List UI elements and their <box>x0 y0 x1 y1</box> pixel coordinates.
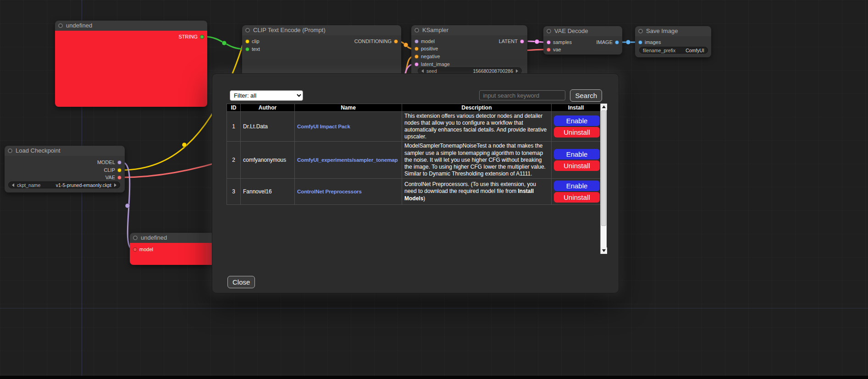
model-slot-dot[interactable] <box>133 247 137 252</box>
input-slot-vae[interactable]: vae <box>547 46 561 53</box>
input-slot-latent-image[interactable]: latent_image <box>415 61 450 67</box>
extension-name-link[interactable]: ComfyUI Impact Pack <box>297 124 350 129</box>
widget-value: 156680208700286 <box>473 68 513 74</box>
latent-out-slot-dot[interactable] <box>520 39 524 44</box>
node-vae-decode[interactable]: VAE Decode samples vae IMAGE <box>543 26 622 55</box>
wire-dot-model <box>125 203 130 208</box>
slot-label: LATENT <box>499 38 518 44</box>
latent-slot-dot[interactable] <box>415 62 419 66</box>
extension-name-link[interactable]: ComfyUI_experiments/sampler_tonemap <box>297 157 398 163</box>
model-out-slot-dot[interactable] <box>117 160 122 165</box>
enable-button[interactable]: Enable <box>554 115 600 126</box>
uninstall-button[interactable]: Uninstall <box>554 192 600 203</box>
filter-select[interactable]: Filter: all <box>230 90 303 101</box>
input-slot-model[interactable]: model <box>415 38 435 44</box>
collapse-icon[interactable] <box>133 236 138 240</box>
table-header-row: IDAuthorNameDescriptionInstall <box>227 104 601 112</box>
cell-name: ComfyUI_experiments/sampler_tonemap <box>295 142 402 179</box>
output-slot-string[interactable]: STRING <box>178 33 204 40</box>
input-slot-positive[interactable]: positive <box>415 45 438 52</box>
slot-label: samples <box>553 39 572 45</box>
enable-button[interactable]: Enable <box>554 149 600 159</box>
node-title: undefined <box>66 22 92 29</box>
output-slot-latent[interactable]: LATENT <box>499 38 524 44</box>
clip-slot-dot[interactable] <box>245 39 249 44</box>
cell-name: ComfyUI Impact Pack <box>295 112 402 142</box>
node-header[interactable]: Save Image <box>635 26 711 36</box>
widget-label: ckpt_name <box>17 182 40 188</box>
output-slot-model[interactable]: MODEL <box>97 159 122 165</box>
samples-slot-dot[interactable] <box>547 40 551 44</box>
clip-out-slot-dot[interactable] <box>117 168 122 172</box>
output-slot-conditioning[interactable]: CONDITIONING <box>354 38 398 44</box>
scroll-down-icon[interactable] <box>601 247 607 254</box>
collapse-icon[interactable] <box>8 148 12 153</box>
collapse-icon[interactable] <box>58 23 63 28</box>
collapse-icon[interactable] <box>638 29 643 33</box>
decrement-arrow-icon[interactable] <box>421 69 424 73</box>
collapse-icon[interactable] <box>245 28 250 33</box>
text-slot-dot[interactable] <box>245 47 249 51</box>
conditioning-slot-dot[interactable] <box>394 39 398 44</box>
slot-label: model <box>421 38 435 44</box>
cell-id: 3 <box>227 178 241 204</box>
node-header[interactable]: VAE Decode <box>543 26 622 36</box>
uninstall-button[interactable]: Uninstall <box>554 160 600 171</box>
input-slot-model[interactable]: model <box>133 246 153 253</box>
enable-button[interactable]: Enable <box>554 181 600 191</box>
vae-out-slot-dot[interactable] <box>117 176 122 180</box>
output-slot-vae[interactable]: VAE <box>105 174 122 181</box>
node-title: undefined <box>141 234 167 241</box>
column-header: Install <box>552 104 601 112</box>
increment-arrow-icon[interactable] <box>516 69 518 73</box>
search-button[interactable]: Search <box>570 89 602 102</box>
images-slot-dot[interactable] <box>638 40 642 44</box>
collapse-icon[interactable] <box>547 29 551 33</box>
node-title: Load Checkpoint <box>16 147 61 154</box>
column-header: Description <box>402 104 552 112</box>
positive-slot-dot[interactable] <box>415 47 419 51</box>
output-slot-clip[interactable]: CLIP <box>104 167 122 173</box>
increment-arrow-icon[interactable] <box>114 183 116 187</box>
extension-row: 1Dr.Lt.DataComfyUI Impact PackThis exten… <box>227 112 601 142</box>
input-slot-text[interactable]: text <box>245 46 260 52</box>
input-slot-clip[interactable]: clip <box>245 38 260 44</box>
node-header[interactable]: undefined <box>55 21 207 31</box>
decrement-arrow-icon[interactable] <box>12 183 14 187</box>
extension-name-link[interactable]: ControlNet Preprocessors <box>297 189 362 194</box>
node-title: CLIP Text Encode (Prompt) <box>253 27 326 33</box>
cell-id: 2 <box>227 142 241 179</box>
comfyui-canvas[interactable]: undefined STRING CLIP Text Encode (Promp… <box>0 0 868 379</box>
string-slot-dot[interactable] <box>200 35 204 39</box>
node-header[interactable]: KSampler <box>411 25 527 35</box>
node-body-error <box>55 31 207 107</box>
negative-slot-dot[interactable] <box>415 55 419 59</box>
table-scrollbar[interactable] <box>600 104 607 254</box>
node-header[interactable]: Load Checkpoint <box>5 146 125 156</box>
cell-description: ModelSamplerTonemapNoiseTest a node that… <box>402 142 552 179</box>
close-button[interactable]: Close <box>227 276 255 288</box>
node-load-checkpoint[interactable]: Load Checkpoint MODEL CLIP VAE ckpt_name… <box>5 146 125 192</box>
node-undefined-top[interactable]: undefined STRING <box>55 21 207 107</box>
collapse-icon[interactable] <box>415 28 419 33</box>
model-slot-dot[interactable] <box>415 39 419 44</box>
extension-row: 3Fannovel16ControlNet PreprocessorsContr… <box>227 178 601 204</box>
input-slot-negative[interactable]: negative <box>415 53 440 60</box>
node-header[interactable]: CLIP Text Encode (Prompt) <box>242 25 401 35</box>
output-slot-image[interactable]: IMAGE <box>597 39 619 45</box>
search-input[interactable] <box>479 90 565 100</box>
input-slot-samples[interactable]: samples <box>547 39 572 45</box>
widget-label: seed <box>426 68 437 74</box>
node-save-image[interactable]: Save Image images filename_prefix ComfyU… <box>635 26 711 57</box>
cell-description: ControlNet Preprocessors. (To use this e… <box>402 178 552 204</box>
vae-slot-dot[interactable] <box>547 48 551 52</box>
scroll-up-icon[interactable] <box>601 104 607 110</box>
slot-label: negative <box>421 54 440 59</box>
cell-name: ControlNet Preprocessors <box>295 178 402 204</box>
image-slot-dot[interactable] <box>615 40 619 44</box>
scroll-thumb[interactable] <box>601 110 606 226</box>
ckpt-name-widget[interactable]: ckpt_name v1-5-pruned-emaonly.ckpt <box>8 181 120 188</box>
uninstall-button[interactable]: Uninstall <box>554 127 600 137</box>
input-slot-images[interactable]: images <box>638 39 661 45</box>
filename-prefix-widget[interactable]: filename_prefix ComfyUI <box>639 47 708 54</box>
